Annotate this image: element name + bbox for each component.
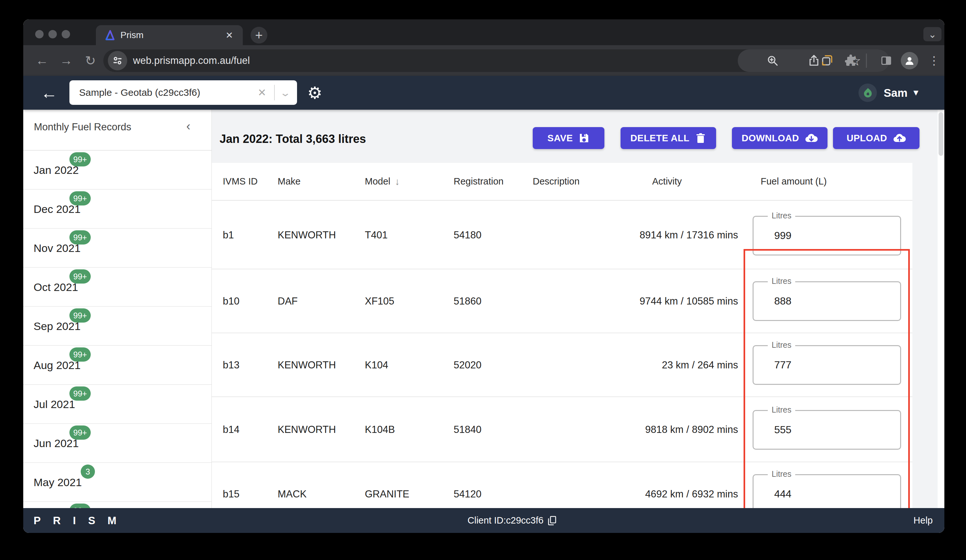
- footer-brand: PRISM: [34, 508, 129, 533]
- cell-ivms-id: b13: [223, 333, 240, 397]
- cell-activity: 9818 km / 8902 mins: [645, 397, 738, 462]
- cell-registration: 52020: [453, 333, 481, 397]
- litres-input[interactable]: [774, 282, 890, 320]
- col-header-description: Description: [533, 163, 580, 200]
- back-button[interactable]: ←: [32, 45, 52, 76]
- site-settings-icon[interactable]: [108, 51, 127, 70]
- chevron-down-icon: ⌄: [928, 29, 936, 40]
- count-badge: 3: [81, 465, 95, 479]
- selector-chevron-down-icon[interactable]: ⌄: [279, 87, 291, 98]
- sidebar-item-jan-2022[interactable]: 99+ Jan 2022: [23, 151, 212, 190]
- table-row: b15 MACK GRANITE 54120 4692 km / 6932 mi…: [212, 462, 912, 508]
- zoom-icon[interactable]: [766, 54, 779, 67]
- tab-close-icon[interactable]: ✕: [226, 30, 233, 41]
- sidebar-item-nov-2021[interactable]: 99+ Nov 2021: [23, 229, 212, 268]
- sidebar-collapse-chevron-icon[interactable]: ‹: [186, 120, 191, 133]
- upload-button[interactable]: UPLOAD: [833, 127, 920, 149]
- cell-activity: 4692 km / 6932 mins: [645, 462, 738, 508]
- table-row: b14 KENWORTH K104B 51840 9818 km / 8902 …: [212, 397, 912, 462]
- tab-group-icon[interactable]: [818, 45, 836, 76]
- plus-icon: +: [255, 28, 263, 43]
- cloud-upload-icon: [893, 133, 906, 144]
- clear-selection-icon[interactable]: ✕: [258, 87, 266, 99]
- person-icon: [904, 55, 915, 66]
- save-button[interactable]: SAVE: [533, 127, 605, 149]
- user-menu-chevron-icon[interactable]: ▼: [912, 76, 920, 110]
- cloud-download-icon: [805, 133, 818, 144]
- cell-ivms-id: b10: [223, 269, 240, 333]
- window-close-button[interactable]: [35, 30, 44, 38]
- save-floppy-icon: [578, 133, 590, 144]
- cell-make: DAF: [278, 269, 298, 333]
- col-header-ivms-id: IVMS ID: [223, 163, 258, 200]
- page-content: Monthly Fuel Records ‹ 99+ Jan 2022 99+ …: [23, 110, 945, 508]
- sidebar-item-aug-2021[interactable]: 99+ Aug 2021: [23, 346, 212, 385]
- url-text[interactable]: web.prismapp.com.au/fuel: [133, 49, 250, 72]
- dataset-selector-value: Sample - Geotab (c29cc3f6): [79, 87, 258, 98]
- col-header-make: Make: [278, 163, 301, 200]
- browser-profile-avatar[interactable]: [901, 52, 918, 69]
- user-avatar[interactable]: [859, 84, 877, 102]
- forward-button[interactable]: →: [56, 45, 76, 76]
- copy-icon[interactable]: [548, 516, 556, 526]
- table-row: b13 KENWORTH K104 52020 23 km / 264 mins…: [212, 333, 912, 397]
- browser-window: Prism ✕ + ⌄ ← → ↻ web.prismapp.com.au/fu…: [23, 20, 945, 533]
- prism-logo-icon: [104, 29, 115, 41]
- settings-gear-icon[interactable]: ⚙: [304, 76, 326, 110]
- side-panel-icon[interactable]: [877, 45, 895, 76]
- cell-model: GRANITE: [365, 462, 409, 508]
- sidebar-item-may-2021[interactable]: 3 May 2021: [23, 463, 212, 502]
- cell-activity: 9744 km / 10585 mins: [639, 269, 738, 333]
- col-header-activity: Activity: [652, 163, 682, 200]
- extensions-puzzle-icon[interactable]: [841, 45, 860, 76]
- sidebar-item-dec-2021[interactable]: 99+ Dec 2021: [23, 190, 212, 229]
- new-tab-button[interactable]: +: [251, 27, 267, 44]
- dataset-selector[interactable]: Sample - Geotab (c29cc3f6) ✕ ⌄: [69, 80, 297, 105]
- fuel-table: IVMS ID Make Model ↓ Registration Descri…: [212, 163, 912, 508]
- cell-registration: 51840: [453, 397, 481, 462]
- tab-search-button[interactable]: ⌄: [923, 27, 941, 41]
- fuel-amount-field: Litres: [752, 345, 901, 385]
- cell-ivms-id: b15: [223, 462, 240, 508]
- app-back-button[interactable]: ←: [39, 76, 59, 110]
- address-bar[interactable]: web.prismapp.com.au/fuel ☆: [104, 49, 889, 72]
- litres-input[interactable]: [774, 411, 890, 449]
- sidebar-item-oct-2021[interactable]: 99+ Oct 2021: [23, 268, 212, 307]
- cell-make: MACK: [278, 462, 307, 508]
- trash-icon: [695, 133, 706, 144]
- page-scrollbar[interactable]: [938, 110, 945, 508]
- toolbar-separator: [866, 54, 867, 68]
- sidebar-item-sep-2021[interactable]: 99+ Sep 2021: [23, 307, 212, 346]
- window-minimize-button[interactable]: [48, 30, 57, 38]
- download-button[interactable]: DOWNLOAD: [732, 127, 828, 149]
- fuel-amount-field: Litres: [752, 281, 901, 321]
- litres-input[interactable]: [774, 475, 890, 508]
- main-panel: Jan 2022: Total 3,663 litres SAVE DELETE…: [212, 110, 938, 508]
- cell-model: K104B: [365, 397, 395, 462]
- browser-menu-kebab-icon[interactable]: ⋮: [926, 45, 942, 76]
- flame-logo-icon: [862, 87, 874, 99]
- fuel-amount-field: Litres: [752, 216, 901, 255]
- client-id: Client ID:c29cc3f6: [468, 508, 556, 533]
- sidebar-item-jun-2021[interactable]: 99+ Jun 2021: [23, 424, 212, 463]
- cell-make: KENWORTH: [278, 333, 336, 397]
- col-header-registration: Registration: [453, 163, 504, 200]
- sidebar-monthly-fuel-records: Monthly Fuel Records ‹ 99+ Jan 2022 99+ …: [23, 110, 212, 508]
- litres-input[interactable]: [774, 346, 890, 384]
- help-link[interactable]: Help: [913, 508, 933, 533]
- table-row: b1 KENWORTH T401 54180 8914 km / 17316 m…: [212, 201, 912, 269]
- sidebar-item-partial[interactable]: 99+: [23, 502, 212, 508]
- window-zoom-button[interactable]: [62, 30, 70, 38]
- user-name[interactable]: Sam: [884, 76, 908, 110]
- litres-input[interactable]: [774, 217, 890, 254]
- scrollbar-thumb[interactable]: [938, 112, 943, 156]
- sidebar-item-jul-2021[interactable]: 99+ Jul 2021: [23, 385, 212, 424]
- browser-tab-prism[interactable]: Prism ✕: [96, 25, 243, 45]
- col-header-model[interactable]: Model ↓: [365, 163, 400, 200]
- fuel-amount-field: Litres: [752, 410, 901, 450]
- reload-button[interactable]: ↻: [81, 45, 100, 76]
- tab-title: Prism: [120, 30, 144, 40]
- cell-activity: 23 km / 264 mins: [662, 333, 738, 397]
- delete-all-button[interactable]: DELETE ALL: [621, 127, 716, 149]
- col-header-fuel-amount: Fuel amount (L): [761, 163, 827, 200]
